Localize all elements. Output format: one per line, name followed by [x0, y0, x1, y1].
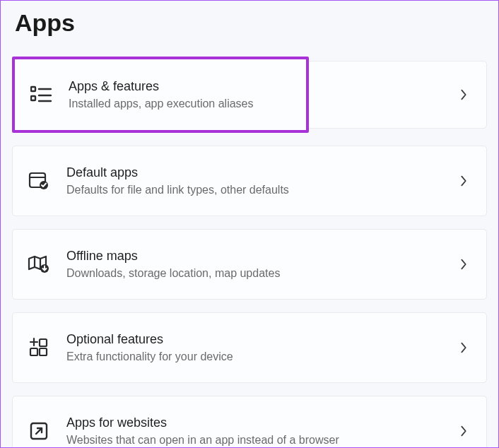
item-text: Optional features Extra functionality fo… [66, 331, 448, 365]
chevron-right-icon [457, 424, 471, 438]
svg-rect-13 [40, 348, 47, 355]
settings-item-apps-features[interactable]: Apps & features Installed apps, app exec… [12, 57, 487, 133]
chevron-right-icon [457, 88, 471, 102]
item-desc: Defaults for file and link types, other … [66, 182, 448, 198]
item-text: Apps & features Installed apps, app exec… [69, 78, 290, 112]
page-title: Apps [15, 9, 487, 37]
svg-rect-12 [30, 348, 37, 355]
item-title: Offline maps [66, 248, 448, 264]
chevron-right-icon [457, 257, 471, 271]
item-title: Optional features [66, 331, 448, 348]
settings-item-offline-maps[interactable]: Offline maps Downloads, storage location… [12, 229, 487, 300]
item-text: Default apps Defaults for file and link … [66, 165, 448, 198]
item-title: Apps for websites [66, 415, 448, 431]
highlight-overlay: Apps & features Installed apps, app exec… [12, 57, 309, 133]
item-title: Default apps [66, 165, 448, 181]
item-desc: Websites that can open in an app instead… [66, 432, 448, 448]
item-desc: Downloads, storage location, map updates [66, 266, 448, 281]
chevron-right-icon [457, 174, 471, 188]
settings-item-apps-for-websites[interactable]: Apps for websites Websites that can open… [12, 396, 487, 448]
item-desc: Extra functionality for your device [66, 349, 448, 365]
map-download-icon [27, 252, 51, 276]
default-apps-icon [27, 169, 51, 193]
apps-settings-page: Apps Apps & features Installed apps, app… [1, 1, 498, 448]
optional-features-icon [27, 336, 51, 360]
item-desc: Installed apps, app execution aliases [69, 96, 290, 112]
item-title: Apps & features [69, 78, 290, 95]
item-text: Offline maps Downloads, storage location… [66, 248, 448, 281]
apps-list-icon [29, 83, 53, 107]
svg-rect-0 [31, 87, 35, 91]
svg-rect-2 [31, 96, 35, 100]
settings-item-default-apps[interactable]: Default apps Defaults for file and link … [12, 146, 487, 216]
chevron-right-icon [457, 341, 471, 355]
item-text: Apps for websites Websites that can open… [66, 415, 448, 448]
settings-item-optional-features[interactable]: Optional features Extra functionality fo… [12, 312, 487, 383]
svg-rect-14 [40, 339, 47, 346]
open-external-icon [27, 419, 51, 443]
